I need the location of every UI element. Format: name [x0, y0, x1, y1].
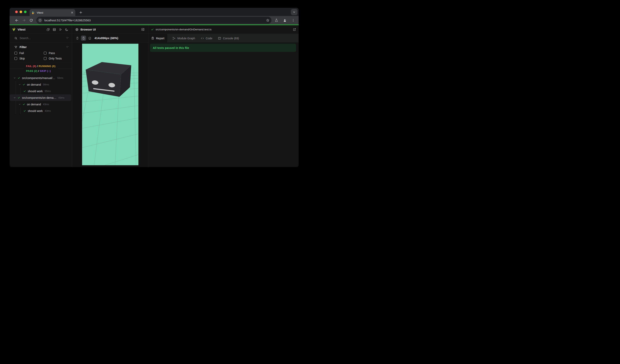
all-tests-passed-banner: All tests passed in this file	[150, 44, 296, 52]
chevron-down-icon[interactable]	[14, 97, 16, 99]
filter-title: Filter	[20, 45, 27, 49]
tab-module-graph[interactable]: Module Graph	[170, 34, 198, 43]
search-row	[10, 34, 72, 43]
duration-badge: 43ms	[43, 103, 49, 106]
pass-count: PASS (2)	[26, 70, 37, 73]
vitest-ui: Vitest	[10, 25, 299, 167]
sidebar: Vitest	[10, 25, 72, 167]
new-tab-button[interactable]	[78, 9, 84, 15]
device-mobile-plus-button[interactable]	[81, 36, 86, 41]
pass-check-icon	[17, 77, 20, 79]
screen: Vitest	[0, 0, 310, 182]
checkbox-fail[interactable]: Fail	[14, 51, 44, 55]
skip-count: SKIP (--)	[40, 70, 51, 73]
url-text[interactable]: localhost:5173/#/?file=1828625563	[44, 19, 266, 22]
report-content: All tests passed in this file	[148, 43, 299, 167]
dark-mode-moon-icon[interactable]	[64, 27, 69, 32]
browser-ui-panel: Browser UI	[72, 25, 148, 167]
indent-guide	[16, 88, 16, 94]
window-controls	[15, 8, 27, 16]
chevron-down-icon[interactable]	[19, 103, 21, 105]
tree-row-test[interactable]: should work 55ms	[10, 88, 72, 94]
globe-icon	[75, 28, 78, 31]
address-bar[interactable]: localhost:5173/#/?file=1828625563	[36, 17, 271, 24]
browser-tab-vitest[interactable]: Vitest	[30, 9, 75, 16]
running-count: RUNNING (0)	[39, 65, 56, 68]
sidebar-title: Vitest	[17, 28, 25, 31]
tab-strip: Vitest	[10, 8, 299, 16]
tab-console[interactable]: Console (69)	[215, 34, 242, 43]
open-external-icon[interactable]	[293, 28, 296, 31]
summary-line-2: PASS (2) / SKIP (--)	[26, 69, 55, 73]
checkbox-box[interactable]	[44, 57, 46, 60]
device-tablet-icon[interactable]	[87, 36, 92, 41]
window-zoom-button[interactable]	[24, 11, 27, 13]
bookmark-star-icon[interactable]	[266, 19, 269, 22]
search-icon	[14, 37, 17, 40]
test-viewport[interactable]	[82, 44, 139, 165]
tab-search-button[interactable]	[291, 9, 297, 15]
duration-badge: 56ms	[43, 83, 49, 86]
clipboard-icon	[151, 37, 154, 40]
pass-check-icon	[23, 103, 25, 106]
browser-menu-kebab-icon[interactable]	[290, 17, 297, 24]
tab-report[interactable]: Report	[148, 34, 167, 43]
test-file-path: src/components/on-demand/OnDemand.test.t…	[155, 28, 212, 31]
indent-guide	[16, 108, 16, 114]
window-minimize-button[interactable]	[20, 11, 22, 13]
window-close-button[interactable]	[15, 11, 18, 13]
browser-ui-header: Browser UI	[72, 25, 148, 34]
tree-row-file[interactable]: src/components/manual/… 56ms	[10, 75, 72, 81]
indent-guide	[20, 88, 21, 94]
reload-button[interactable]	[28, 17, 34, 24]
forward-button[interactable]	[21, 17, 27, 24]
tab-code[interactable]: Code	[198, 34, 215, 43]
viewport-size-label: 414x896px (68%)	[94, 37, 118, 40]
fail-count: FAIL (0)	[26, 65, 36, 68]
clear-filter-icon[interactable]	[66, 46, 69, 49]
console-panel-icon	[218, 37, 221, 40]
browser-toolbar: localhost:5173/#/?file=1828625563	[10, 16, 299, 25]
duration-badge: 43ms	[58, 96, 64, 99]
report-tabs: Report Module Graph	[148, 34, 299, 43]
run-all-play-icon[interactable]	[58, 27, 63, 32]
viewport-stage	[72, 43, 148, 167]
device-toolbar: 414x896px (68%)	[72, 34, 148, 43]
vitest-logo-icon	[12, 28, 16, 31]
pass-check-icon	[23, 110, 26, 112]
checkbox-box[interactable]	[14, 57, 17, 60]
dashboard-icon[interactable]	[52, 27, 57, 32]
chevron-down-icon[interactable]	[19, 83, 21, 86]
back-button[interactable]	[14, 17, 20, 24]
experiments-flask-icon[interactable]	[273, 17, 280, 24]
duration-badge: 55ms	[45, 90, 51, 93]
tab-close-icon[interactable]	[71, 11, 73, 14]
checkbox-skip[interactable]: Skip	[14, 57, 44, 60]
chevron-down-icon[interactable]	[14, 77, 16, 79]
robot-cube	[86, 62, 131, 97]
tree-row-suite[interactable]: on demand 43ms	[10, 101, 72, 108]
threejs-scene	[82, 44, 139, 165]
checkbox-pass[interactable]: Pass	[44, 51, 69, 55]
tree-row-suite[interactable]: on demand 56ms	[10, 81, 72, 88]
duration-badge: 43ms	[45, 110, 51, 112]
pass-check-icon	[23, 83, 25, 86]
detail-view-icon[interactable]	[46, 27, 50, 32]
profile-avatar[interactable]	[281, 17, 288, 24]
indent-guide	[16, 81, 16, 88]
checkbox-only-tests[interactable]: Only Tests	[44, 57, 69, 60]
device-mobile-icon[interactable]	[75, 36, 80, 41]
tree-row-file-selected[interactable]: src/components/on-dema… 43ms	[10, 94, 71, 101]
tree-row-test[interactable]: should work 43ms	[10, 108, 72, 114]
summary-line-1: FAIL (0) / RUNNING (0)	[26, 64, 55, 69]
checkbox-box[interactable]	[44, 52, 46, 55]
code-icon	[201, 37, 204, 40]
pass-check-icon	[23, 90, 26, 92]
funnel-icon	[14, 46, 17, 49]
search-input[interactable]	[20, 37, 66, 40]
site-info-icon[interactable]	[37, 18, 43, 23]
clear-filter-icon[interactable]	[66, 37, 69, 40]
duration-badge: 56ms	[57, 77, 63, 79]
panel-right-open-icon[interactable]	[141, 28, 145, 31]
checkbox-box[interactable]	[14, 52, 17, 55]
